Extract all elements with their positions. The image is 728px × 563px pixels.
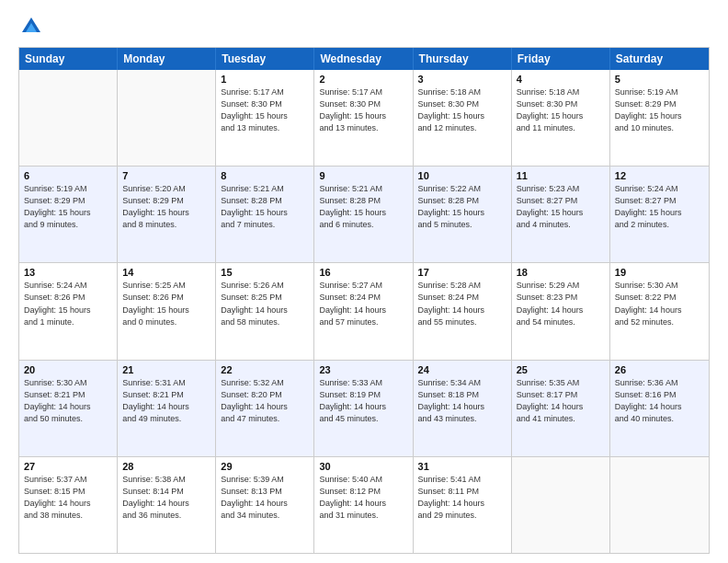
day-info: Sunrise: 5:18 AM Sunset: 8:30 PM Dayligh…: [418, 86, 506, 134]
day-cell: 5Sunrise: 5:19 AM Sunset: 8:29 PM Daylig…: [610, 70, 709, 166]
day-cell: 23Sunrise: 5:33 AM Sunset: 8:19 PM Dayli…: [314, 361, 413, 456]
day-info: Sunrise: 5:33 AM Sunset: 8:19 PM Dayligh…: [319, 377, 407, 425]
day-info: Sunrise: 5:28 AM Sunset: 8:24 PM Dayligh…: [418, 280, 506, 327]
day-info: Sunrise: 5:31 AM Sunset: 8:21 PM Dayligh…: [122, 377, 210, 425]
day-number: 20: [24, 364, 112, 375]
day-cell: 20Sunrise: 5:30 AM Sunset: 8:21 PM Dayli…: [19, 361, 118, 456]
day-number: 1: [221, 74, 309, 85]
day-cell: 25Sunrise: 5:35 AM Sunset: 8:17 PM Dayli…: [512, 361, 610, 456]
day-cell: 17Sunrise: 5:28 AM Sunset: 8:24 PM Dayli…: [414, 263, 512, 359]
day-number: 5: [615, 74, 704, 85]
header-cell-friday: Friday: [512, 48, 610, 70]
day-number: 19: [615, 267, 704, 278]
day-info: Sunrise: 5:21 AM Sunset: 8:28 PM Dayligh…: [319, 183, 407, 231]
calendar-row: 27Sunrise: 5:37 AM Sunset: 8:15 PM Dayli…: [19, 456, 709, 553]
day-number: 26: [615, 364, 704, 375]
day-info: Sunrise: 5:35 AM Sunset: 8:17 PM Dayligh…: [517, 377, 605, 425]
day-number: 3: [418, 74, 506, 85]
day-info: Sunrise: 5:36 AM Sunset: 8:16 PM Dayligh…: [615, 377, 704, 425]
day-number: 10: [418, 170, 506, 181]
day-cell: 22Sunrise: 5:32 AM Sunset: 8:20 PM Dayli…: [216, 361, 314, 456]
day-info: Sunrise: 5:18 AM Sunset: 8:30 PM Dayligh…: [517, 86, 605, 134]
day-cell: 27Sunrise: 5:37 AM Sunset: 8:15 PM Dayli…: [19, 457, 118, 553]
logo-icon: [18, 14, 44, 40]
day-info: Sunrise: 5:30 AM Sunset: 8:22 PM Dayligh…: [615, 280, 704, 327]
day-cell: 26Sunrise: 5:36 AM Sunset: 8:16 PM Dayli…: [610, 361, 709, 456]
day-info: Sunrise: 5:17 AM Sunset: 8:30 PM Dayligh…: [221, 86, 309, 134]
day-number: 11: [517, 170, 605, 181]
day-cell: 7Sunrise: 5:20 AM Sunset: 8:29 PM Daylig…: [118, 167, 216, 262]
calendar-row: 1Sunrise: 5:17 AM Sunset: 8:30 PM Daylig…: [19, 70, 709, 166]
day-info: Sunrise: 5:29 AM Sunset: 8:23 PM Dayligh…: [517, 280, 605, 327]
day-cell: 30Sunrise: 5:40 AM Sunset: 8:12 PM Dayli…: [314, 457, 413, 553]
day-number: 12: [615, 170, 704, 181]
day-info: Sunrise: 5:32 AM Sunset: 8:20 PM Dayligh…: [221, 377, 309, 425]
day-info: Sunrise: 5:38 AM Sunset: 8:14 PM Dayligh…: [122, 474, 210, 522]
day-info: Sunrise: 5:20 AM Sunset: 8:29 PM Dayligh…: [122, 183, 210, 231]
header-cell-monday: Monday: [118, 48, 216, 70]
calendar-row: 13Sunrise: 5:24 AM Sunset: 8:26 PM Dayli…: [19, 262, 709, 359]
calendar-row: 20Sunrise: 5:30 AM Sunset: 8:21 PM Dayli…: [19, 360, 709, 456]
day-info: Sunrise: 5:21 AM Sunset: 8:28 PM Dayligh…: [221, 183, 309, 231]
day-info: Sunrise: 5:19 AM Sunset: 8:29 PM Dayligh…: [24, 183, 112, 231]
header-cell-wednesday: Wednesday: [314, 48, 413, 70]
day-number: 29: [221, 461, 309, 472]
day-cell: 1Sunrise: 5:17 AM Sunset: 8:30 PM Daylig…: [216, 70, 314, 166]
day-cell: 10Sunrise: 5:22 AM Sunset: 8:28 PM Dayli…: [414, 167, 512, 262]
day-cell: 4Sunrise: 5:18 AM Sunset: 8:30 PM Daylig…: [512, 70, 610, 166]
day-number: 16: [319, 267, 407, 278]
calendar-body: 1Sunrise: 5:17 AM Sunset: 8:30 PM Daylig…: [19, 70, 709, 553]
day-info: Sunrise: 5:24 AM Sunset: 8:27 PM Dayligh…: [615, 183, 704, 231]
day-cell: 18Sunrise: 5:29 AM Sunset: 8:23 PM Dayli…: [512, 263, 610, 359]
day-cell: 16Sunrise: 5:27 AM Sunset: 8:24 PM Dayli…: [314, 263, 413, 359]
day-info: Sunrise: 5:25 AM Sunset: 8:26 PM Dayligh…: [122, 280, 210, 327]
day-cell: 14Sunrise: 5:25 AM Sunset: 8:26 PM Dayli…: [118, 263, 216, 359]
empty-cell: [610, 457, 709, 553]
day-cell: 12Sunrise: 5:24 AM Sunset: 8:27 PM Dayli…: [610, 167, 709, 262]
logo: [18, 14, 48, 40]
empty-cell: [118, 70, 216, 166]
day-info: Sunrise: 5:39 AM Sunset: 8:13 PM Dayligh…: [221, 474, 309, 522]
empty-cell: [512, 457, 610, 553]
day-number: 25: [517, 364, 605, 375]
day-info: Sunrise: 5:23 AM Sunset: 8:27 PM Dayligh…: [517, 183, 605, 231]
day-number: 4: [517, 74, 605, 85]
calendar-row: 6Sunrise: 5:19 AM Sunset: 8:29 PM Daylig…: [19, 166, 709, 262]
day-cell: 21Sunrise: 5:31 AM Sunset: 8:21 PM Dayli…: [118, 361, 216, 456]
day-number: 17: [418, 267, 506, 278]
day-info: Sunrise: 5:19 AM Sunset: 8:29 PM Dayligh…: [615, 86, 704, 134]
day-cell: 8Sunrise: 5:21 AM Sunset: 8:28 PM Daylig…: [216, 167, 314, 262]
header-cell-sunday: Sunday: [19, 48, 118, 70]
day-number: 24: [418, 364, 506, 375]
day-cell: 24Sunrise: 5:34 AM Sunset: 8:18 PM Dayli…: [414, 361, 512, 456]
calendar: SundayMondayTuesdayWednesdayThursdayFrid…: [18, 47, 710, 554]
day-number: 13: [24, 267, 112, 278]
page: SundayMondayTuesdayWednesdayThursdayFrid…: [0, 0, 728, 563]
day-info: Sunrise: 5:34 AM Sunset: 8:18 PM Dayligh…: [418, 377, 506, 425]
header-cell-thursday: Thursday: [414, 48, 512, 70]
day-info: Sunrise: 5:27 AM Sunset: 8:24 PM Dayligh…: [319, 280, 407, 327]
day-cell: 13Sunrise: 5:24 AM Sunset: 8:26 PM Dayli…: [19, 263, 118, 359]
day-number: 6: [24, 170, 112, 181]
day-info: Sunrise: 5:40 AM Sunset: 8:12 PM Dayligh…: [319, 474, 407, 522]
day-number: 7: [122, 170, 210, 181]
day-cell: 15Sunrise: 5:26 AM Sunset: 8:25 PM Dayli…: [216, 263, 314, 359]
day-number: 22: [221, 364, 309, 375]
day-info: Sunrise: 5:22 AM Sunset: 8:28 PM Dayligh…: [418, 183, 506, 231]
day-number: 28: [122, 461, 210, 472]
day-info: Sunrise: 5:24 AM Sunset: 8:26 PM Dayligh…: [24, 280, 112, 327]
day-info: Sunrise: 5:17 AM Sunset: 8:30 PM Dayligh…: [319, 86, 407, 134]
day-number: 9: [319, 170, 407, 181]
day-number: 27: [24, 461, 112, 472]
day-cell: 9Sunrise: 5:21 AM Sunset: 8:28 PM Daylig…: [314, 167, 413, 262]
day-cell: 2Sunrise: 5:17 AM Sunset: 8:30 PM Daylig…: [314, 70, 413, 166]
day-info: Sunrise: 5:26 AM Sunset: 8:25 PM Dayligh…: [221, 280, 309, 327]
day-number: 31: [418, 461, 506, 472]
day-info: Sunrise: 5:41 AM Sunset: 8:11 PM Dayligh…: [418, 474, 506, 522]
day-number: 2: [319, 74, 407, 85]
header-cell-tuesday: Tuesday: [216, 48, 314, 70]
day-cell: 28Sunrise: 5:38 AM Sunset: 8:14 PM Dayli…: [118, 457, 216, 553]
day-cell: 6Sunrise: 5:19 AM Sunset: 8:29 PM Daylig…: [19, 167, 118, 262]
day-number: 8: [221, 170, 309, 181]
header: [18, 14, 710, 40]
